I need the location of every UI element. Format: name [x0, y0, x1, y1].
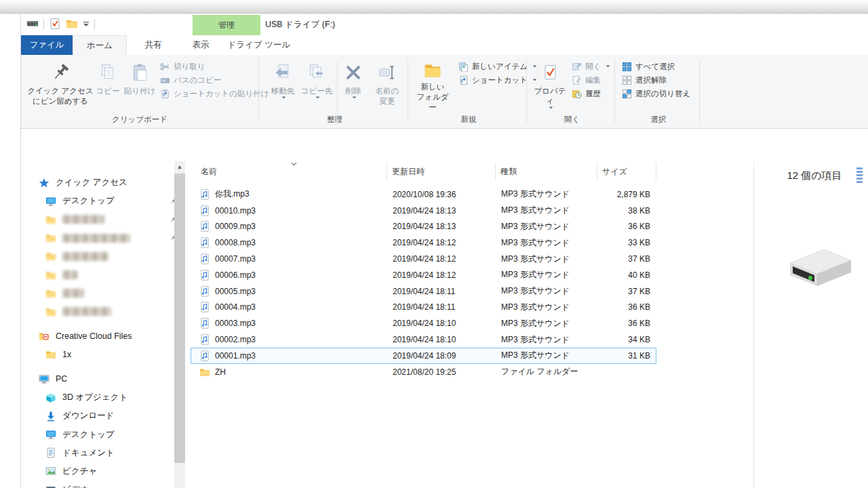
select-all-button[interactable]: すべて選択	[622, 60, 690, 73]
move-to-button[interactable]: 移動先	[267, 58, 299, 111]
delete-icon	[344, 60, 363, 85]
quick-access-toolbar	[26, 18, 95, 30]
sidebar-item[interactable]: ピクチャ	[21, 462, 185, 481]
file-type: MP3 形式サウンド	[496, 253, 597, 265]
open-button[interactable]: 開く	[572, 60, 610, 73]
sidebar-item[interactable]	[21, 266, 185, 284]
sidebar-item[interactable]: 3D オブジェクト	[21, 388, 185, 407]
file-type: MP3 形式サウンド	[496, 285, 597, 297]
sidebar-item[interactable]: クイック アクセス	[21, 174, 185, 192]
new-folder-button[interactable]: 新しいフォルダー	[413, 58, 452, 111]
file-row[interactable]: 00008.mp3 2019/04/24 18:12 MP3 形式サウンド 33…	[191, 235, 656, 251]
edit-icon	[572, 75, 582, 85]
file-row[interactable]: 00003.mp3 2019/04/24 18:10 MP3 形式サウンド 36…	[191, 315, 656, 331]
file-date-modified: 2019/04/24 18:13	[387, 222, 496, 231]
main-area: クイック アクセス デスクトップ	[21, 161, 868, 488]
sidebar-item[interactable]	[21, 247, 185, 266]
ribbon-separator	[699, 59, 700, 123]
cut-button[interactable]: 切り取り	[160, 60, 269, 73]
file-row[interactable]: 00002.mp3 2019/04/24 18:10 MP3 形式サウンド 34…	[191, 331, 656, 348]
qat-properties-button[interactable]	[49, 18, 61, 30]
sidebar-item-label: 1x	[62, 350, 71, 359]
file-icon	[199, 286, 210, 297]
sidebar-item[interactable]: デスクトップ	[21, 425, 185, 443]
file-row[interactable]: 00001.mp3 2019/04/24 18:09 MP3 形式サウンド 31…	[191, 348, 656, 364]
file-row[interactable]: ZH 2021/08/20 19:25 ファイル フォルダー	[191, 364, 656, 380]
file-size: 38 KB	[597, 206, 656, 216]
new-item-button[interactable]: 新しいアイテム	[458, 60, 537, 73]
file-date-modified: 2019/04/24 18:12	[387, 254, 496, 264]
sidebar-item[interactable]: PC	[21, 370, 185, 388]
column-header-date[interactable]: 更新日時	[387, 163, 496, 180]
file-icon	[199, 302, 210, 312]
file-date-modified: 2021/08/20 19:25	[387, 367, 496, 377]
sidebar-item[interactable]	[21, 229, 185, 247]
column-header-size[interactable]: サイズ	[597, 163, 656, 180]
copy-to-button[interactable]: コピー先	[299, 58, 334, 111]
file-size: 37 KB	[597, 254, 656, 264]
file-name: ZH	[215, 367, 226, 377]
edit-button[interactable]: 編集	[572, 73, 610, 87]
qat-new-folder-button[interactable]	[66, 18, 78, 30]
sidebar-item[interactable]	[21, 284, 185, 302]
sidebar-item[interactable]: Creative Cloud Files	[21, 327, 185, 346]
sidebar-item[interactable]	[21, 302, 185, 321]
qat-customize-icon[interactable]	[83, 21, 90, 27]
scrollbar-thumb[interactable]	[174, 174, 185, 463]
ribbon-tab-row: ファイル ホーム 共有 表示 ドライブ ツール	[21, 35, 868, 55]
file-row[interactable]: 00006.mp3 2019/04/24 18:12 MP3 形式サウンド 40…	[191, 267, 656, 283]
svg-text:W...: W...	[161, 78, 169, 83]
file-row[interactable]: 00009.mp3 2019/04/24 18:13 MP3 形式サウンド 36…	[191, 219, 656, 235]
column-header-name[interactable]: 名前	[191, 163, 387, 180]
tab-share[interactable]: 共有	[130, 35, 177, 55]
properties-button[interactable]: プロパティ	[532, 58, 568, 111]
copy-path-icon: W...	[160, 75, 170, 85]
pin-to-quick-access-button[interactable]: クイック アクセスにピン留めする	[26, 58, 94, 111]
sidebar-item[interactable]: ダウンロード	[21, 407, 185, 425]
new-shortcut-button[interactable]: ショートカット	[458, 73, 537, 87]
sidebar-item[interactable]: ビデオ	[21, 481, 185, 488]
history-icon	[572, 89, 582, 99]
file-icon	[199, 334, 210, 345]
paste-shortcut-button[interactable]: ショートカットの貼り付け	[160, 87, 269, 100]
file-row[interactable]: 00010.mp3 2019/04/24 18:13 MP3 形式サウンド 38…	[191, 203, 656, 219]
address-bar-row: ← → ↑ › PC › USB ドライブ (F:) ↻	[21, 129, 868, 161]
sidebar-item[interactable]: 1x	[21, 346, 185, 364]
dropdown-arrow	[606, 65, 610, 68]
tab-file[interactable]: ファイル	[21, 35, 73, 55]
select-none-button[interactable]: 選択解除	[622, 73, 690, 87]
history-button[interactable]: 履歴	[572, 87, 610, 100]
sidebar-item[interactable]: ドキュメント	[21, 444, 185, 462]
sidebar-item[interactable]: デスクトップ	[21, 192, 185, 210]
sidebar-scrollbar[interactable]: ▲	[174, 161, 185, 488]
file-size: 2,879 KB	[597, 190, 656, 199]
file-name: 00001.mp3	[215, 351, 256, 361]
file-name: 00004.mp3	[215, 302, 256, 312]
file-type: MP3 形式サウンド	[496, 205, 597, 216]
file-row[interactable]: 你我.mp3 2020/10/08 19:36 MP3 形式サウンド 2,879…	[191, 186, 656, 203]
copy-icon	[98, 60, 117, 85]
file-row[interactable]: 00007.mp3 2019/04/24 18:12 MP3 形式サウンド 37…	[191, 251, 656, 267]
tab-drive-tools[interactable]: ドライブ ツール	[226, 35, 292, 55]
delete-button[interactable]: 削除	[338, 58, 368, 111]
title-bar: 管理 USB ドライブ (F:)	[21, 14, 868, 35]
file-row[interactable]: 00005.mp3 2019/04/24 18:11 MP3 形式サウンド 37…	[191, 283, 656, 300]
copy-path-button[interactable]: W... パスのコピー	[160, 73, 269, 87]
sidebar-item[interactable]	[21, 210, 185, 228]
sidebar-item-label: Creative Cloud Files	[56, 331, 132, 341]
tab-home[interactable]: ホーム	[73, 35, 127, 55]
ribbon: クイック アクセスにピン留めする コピー 貼り付け 切り取り	[21, 55, 868, 129]
file-type: MP3 形式サウンド	[496, 318, 597, 329]
file-rows: 你我.mp3 2020/10/08 19:36 MP3 形式サウンド 2,879…	[191, 186, 656, 380]
rename-button[interactable]: 名前の変更	[368, 58, 406, 111]
dropdown-arrow	[549, 106, 553, 109]
column-header-type[interactable]: 種類	[496, 163, 597, 180]
scroll-up-arrow[interactable]: ▲	[174, 161, 185, 173]
invert-selection-button[interactable]: 選択の切り替え	[622, 87, 690, 100]
tab-view[interactable]: 表示	[178, 35, 223, 55]
paste-button[interactable]: 貼り付け	[121, 58, 158, 111]
file-row[interactable]: 00004.mp3 2019/04/24 18:11 MP3 形式サウンド 36…	[191, 300, 656, 316]
paste-shortcut-icon	[160, 89, 170, 99]
copy-button[interactable]: コピー	[94, 58, 121, 111]
column-headers: 名前 更新日時 種類 サイズ	[191, 163, 656, 180]
